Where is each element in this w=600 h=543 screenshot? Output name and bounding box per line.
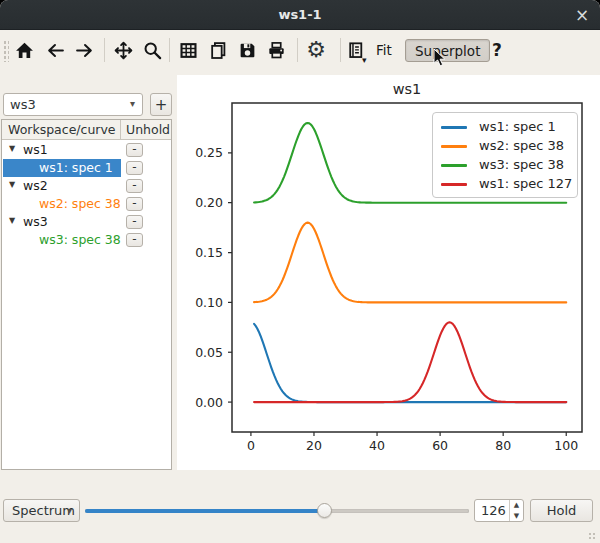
series-line-1 (254, 223, 566, 303)
expander-icon[interactable]: ▼ (9, 216, 15, 225)
tree-row[interactable]: ws3: spec 38- (2, 231, 171, 249)
expander-icon[interactable]: ▼ (9, 180, 15, 189)
legend-entry: ws2: spec 38 (433, 137, 577, 156)
script-dropdown-icon[interactable]: ▾ (362, 55, 367, 65)
back-button[interactable] (41, 36, 69, 64)
pan-icon (114, 41, 133, 60)
gear-icon: ⚙ (306, 39, 326, 61)
column-header-unhold: Unhold (126, 122, 170, 137)
help-button[interactable]: ? (484, 39, 510, 61)
magnifier-icon (143, 41, 162, 60)
toolbar-separator (297, 38, 298, 62)
legend-label: ws2: spec 38 (479, 138, 564, 153)
legend-swatch (441, 164, 467, 167)
print-button[interactable] (262, 36, 290, 64)
legend-swatch (441, 145, 467, 148)
y-tick-label: 0.15 (195, 245, 223, 260)
plot-toolbar: ⚙ ▾ Fit Superplot ? (0, 30, 600, 70)
y-tick-label: 0.10 (195, 295, 223, 310)
copy-button[interactable] (204, 36, 232, 64)
x-tick-label: 40 (369, 438, 385, 453)
toolbar-grip-handle[interactable] (3, 40, 9, 62)
close-icon[interactable]: × (570, 3, 594, 27)
grid-button[interactable] (174, 36, 202, 64)
curve-label: ws1: spec 1 (39, 160, 113, 175)
legend-entry: ws1: spec 127 (433, 175, 577, 194)
spinbox-value: 126 (481, 503, 506, 518)
home-icon (15, 41, 34, 60)
window-title: ws1-1 (278, 7, 321, 22)
column-divider (120, 120, 121, 139)
legend-swatch (441, 126, 467, 129)
curve-label: ws3 (23, 214, 48, 229)
toolbar-separator (104, 38, 105, 62)
unhold-button[interactable]: - (126, 215, 143, 229)
workspace-selector[interactable]: ws3 ▾ (3, 93, 143, 116)
curve-label: ws3: spec 38 (39, 232, 121, 247)
unhold-button[interactable]: - (126, 143, 143, 157)
hold-button[interactable]: Hold (530, 499, 593, 522)
plot-title: ws1 (232, 81, 582, 97)
tree-row[interactable]: ▼ws3- (2, 213, 171, 231)
spin-down-icon[interactable]: ▼ (510, 512, 523, 520)
back-arrow-icon (46, 41, 65, 60)
tree-row[interactable]: ws2: spec 38- (2, 195, 171, 213)
resize-grip-handle[interactable] (588, 532, 597, 541)
print-icon (267, 41, 286, 60)
curve-label: ws2 (23, 178, 48, 193)
spin-buttons: ▲ ▼ (509, 500, 523, 521)
legend-entry: ws1: spec 1 (433, 118, 577, 137)
forward-arrow-icon (75, 41, 94, 60)
pan-button[interactable] (109, 36, 137, 64)
tree-row[interactable]: ▼ws2- (2, 177, 171, 195)
x-tick-label: 20 (306, 438, 322, 453)
legend-swatch (441, 183, 467, 186)
customize-button[interactable]: ⚙ (302, 36, 330, 64)
unhold-button[interactable]: - (126, 197, 143, 211)
y-tick-label: 0.00 (195, 395, 223, 410)
x-tick-label: 0 (247, 438, 255, 453)
y-tick-label: 0.25 (195, 145, 223, 160)
series-line-3 (254, 322, 566, 402)
unhold-button[interactable]: - (126, 161, 143, 175)
x-tick-label: 60 (432, 438, 448, 453)
tree-header: Workspace/curve Unhold (2, 120, 171, 140)
spectrum-spinbox[interactable]: 126 ▲ ▼ (474, 499, 524, 522)
y-tick-label: 0.20 (195, 195, 223, 210)
plot-legend[interactable]: ws1: spec 1ws2: spec 38ws3: spec 38ws1: … (432, 112, 578, 198)
grid-icon (179, 41, 198, 60)
superplot-button[interactable]: Superplot (405, 39, 490, 62)
unhold-button[interactable]: - (126, 233, 143, 247)
curve-tree-rows: ▼ws1-ws1: spec 1-▼ws2-ws2: spec 38-▼ws3-… (2, 141, 171, 469)
zoom-button[interactable] (138, 36, 166, 64)
legend-label: ws1: spec 1 (479, 119, 556, 134)
unhold-button[interactable]: - (126, 179, 143, 193)
plot-figure[interactable]: ws1 0204060801000.000.050.100.150.200.25… (177, 75, 600, 470)
mouse-cursor (433, 48, 447, 68)
spectrum-slider[interactable] (85, 499, 469, 522)
mode-selector[interactable]: Spectrum ▾ (3, 499, 80, 522)
titlebar[interactable]: ws1-1 × (0, 0, 600, 30)
curve-tree-panel: Workspace/curve Unhold ▼ws1-ws1: spec 1-… (1, 119, 172, 470)
save-button[interactable] (233, 36, 261, 64)
toolbar-separator (169, 38, 170, 62)
tree-row[interactable]: ▼ws1- (2, 141, 171, 159)
save-icon (238, 41, 257, 60)
slider-handle[interactable] (317, 503, 332, 518)
slider-fill (85, 509, 327, 513)
column-header-workspace: Workspace/curve (8, 122, 116, 137)
superplot-window: ws1-1 × (0, 0, 600, 543)
chevron-down-icon: ▾ (130, 98, 135, 109)
legend-entry: ws3: spec 38 (433, 156, 577, 175)
legend-label: ws3: spec 38 (479, 157, 564, 172)
x-tick-label: 80 (495, 438, 511, 453)
forward-button[interactable] (70, 36, 98, 64)
chevron-down-icon: ▾ (67, 505, 72, 516)
legend-label: ws1: spec 127 (479, 176, 572, 191)
tree-row[interactable]: ws1: spec 1- (2, 159, 171, 177)
spin-up-icon[interactable]: ▲ (510, 501, 523, 509)
expander-icon[interactable]: ▼ (9, 144, 15, 153)
home-button[interactable] (10, 36, 38, 64)
fit-button[interactable]: Fit (368, 39, 400, 61)
add-workspace-button[interactable]: + (150, 93, 172, 116)
